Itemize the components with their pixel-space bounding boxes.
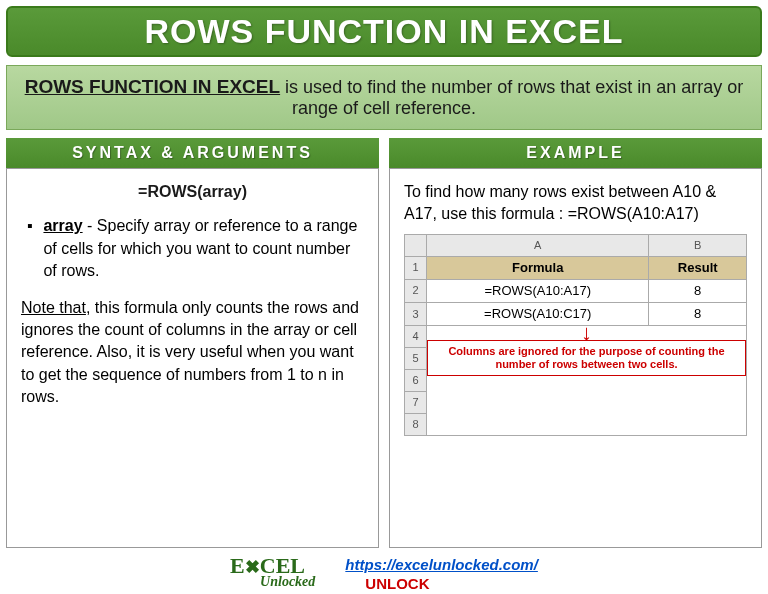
header-result: Result [649, 256, 747, 279]
callout-area: ↓ Columns are ignored for the purpose of… [427, 326, 747, 436]
col-header-b: B [649, 234, 747, 256]
callout-box: Columns are ignored for the purpose of c… [427, 340, 746, 376]
syntax-formula: =ROWS(array) [21, 181, 364, 203]
table-row: A B [405, 234, 747, 256]
row-number: 1 [405, 256, 427, 279]
header-formula: Formula [427, 256, 649, 279]
row-number: 2 [405, 279, 427, 302]
argument-item: ▪ array - Specify array or reference to … [27, 215, 364, 282]
table-row: 4 ↓ Columns are ignored for the purpose … [405, 326, 747, 348]
logo: E✖CEL Unlocked [230, 556, 315, 588]
argument-text: array - Specify array or reference to a … [43, 215, 360, 282]
example-column: EXAMPLE To find how many rows exist betw… [389, 138, 762, 548]
row-number: 4 [405, 326, 427, 348]
formula-cell: =ROWS(A10:A17) [427, 279, 649, 302]
row-number: 5 [405, 348, 427, 370]
result-cell: 8 [649, 279, 747, 302]
row-number: 8 [405, 414, 427, 436]
footer-link-block: https://excelunlocked.com/ UNLOCK [345, 556, 538, 592]
page-title-bar: ROWS FUNCTION IN EXCEL [6, 6, 762, 57]
intro-bold: ROWS FUNCTION IN EXCEL [25, 76, 280, 97]
logo-text-1: E [230, 553, 245, 578]
arrow-down-icon: ↓ [427, 326, 746, 339]
argument-name: array [43, 217, 82, 234]
argument-desc: - Specify array or reference to a range … [43, 217, 357, 279]
logo-subtext: Unlocked [260, 576, 315, 589]
syntax-heading: SYNTAX & ARGUMENTS [6, 138, 379, 168]
col-header-a: A [427, 234, 649, 256]
formula-cell: =ROWS(A10:C17) [427, 303, 649, 326]
site-link[interactable]: https://excelunlocked.com/ [345, 556, 538, 573]
unlock-label: UNLOCK [365, 575, 538, 592]
footer: E✖CEL Unlocked https://excelunlocked.com… [6, 556, 762, 592]
example-heading: EXAMPLE [389, 138, 762, 168]
note-paragraph: Note that, this formula only counts the … [21, 297, 364, 409]
page-title: ROWS FUNCTION IN EXCEL [8, 12, 760, 51]
intro-bar: ROWS FUNCTION IN EXCEL is used to find t… [6, 65, 762, 130]
syntax-body: =ROWS(array) ▪ array - Specify array or … [6, 168, 379, 548]
row-number: 3 [405, 303, 427, 326]
result-cell: 8 [649, 303, 747, 326]
syntax-column: SYNTAX & ARGUMENTS =ROWS(array) ▪ array … [6, 138, 379, 548]
bullet-icon: ▪ [27, 215, 39, 237]
intro-text: is used to find the number of rows that … [280, 77, 743, 118]
note-label: Note that [21, 299, 86, 316]
table-row: 2 =ROWS(A10:A17) 8 [405, 279, 747, 302]
example-table: A B 1 Formula Result 2 =ROWS(A10:A17) 8 … [404, 234, 747, 437]
row-number: 6 [405, 370, 427, 392]
example-intro: To find how many rows exist between A10 … [404, 181, 747, 226]
table-row: 1 Formula Result [405, 256, 747, 279]
table-row: 3 =ROWS(A10:C17) 8 [405, 303, 747, 326]
example-body: To find how many rows exist between A10 … [389, 168, 762, 548]
logo-x-icon: ✖ [245, 559, 260, 575]
row-number: 7 [405, 392, 427, 414]
corner-cell [405, 234, 427, 256]
